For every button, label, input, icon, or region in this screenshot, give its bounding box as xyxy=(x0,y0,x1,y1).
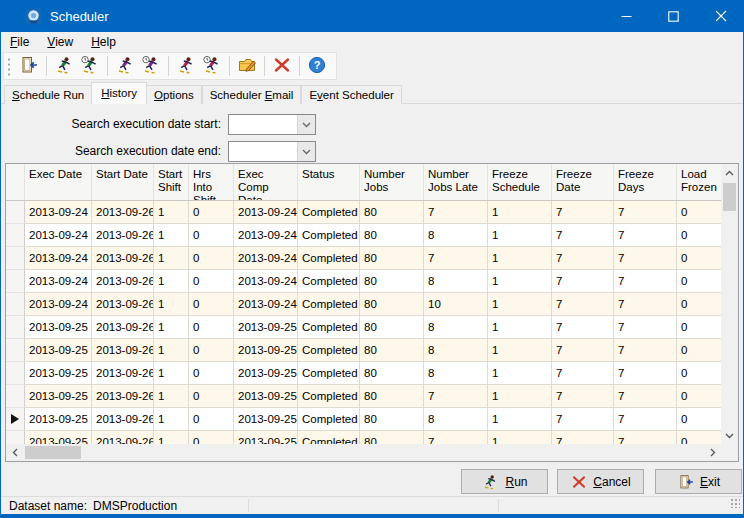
cell-hrs-into-shift[interactable]: 0 xyxy=(189,339,234,362)
cell-status[interactable]: Completed xyxy=(298,247,360,270)
table-row[interactable]: 2013-09-252013-09-26102013-09-25Complete… xyxy=(6,431,721,444)
horizontal-scrollbar[interactable] xyxy=(6,444,721,461)
cell-hrs-into-shift[interactable]: 0 xyxy=(189,362,234,385)
exit-door-toolbar-button[interactable] xyxy=(16,54,42,78)
cell-exec-comp-date[interactable]: 2013-09-24 xyxy=(234,293,298,316)
cell-load-frozen[interactable]: 0 xyxy=(677,224,721,247)
cell-number-jobs[interactable]: 80 xyxy=(360,431,424,444)
cell-status[interactable]: Completed xyxy=(298,224,360,247)
cell-number-jobs-late[interactable]: 7 xyxy=(424,431,488,444)
cell-start-shift[interactable]: 1 xyxy=(154,408,189,431)
cell-number-jobs-late[interactable]: 8 xyxy=(424,270,488,293)
cell-start-shift[interactable]: 1 xyxy=(154,316,189,339)
cell-start-date[interactable]: 2013-09-26 xyxy=(92,339,154,362)
cell-status[interactable]: Completed xyxy=(298,408,360,431)
cell-freeze-days[interactable]: 7 xyxy=(614,270,677,293)
column-header-number-jobs-late[interactable]: Number Jobs Late xyxy=(424,164,488,200)
cell-start-shift[interactable]: 1 xyxy=(154,339,189,362)
cell-exec-date[interactable]: 2013-09-24 xyxy=(25,201,92,224)
cell-start-date[interactable]: 2013-09-26 xyxy=(92,362,154,385)
cell-number-jobs[interactable]: 80 xyxy=(360,362,424,385)
run-schedule-purple-toolbar-button[interactable] xyxy=(112,54,138,78)
cell-number-jobs[interactable]: 80 xyxy=(360,270,424,293)
cell-load-frozen[interactable]: 0 xyxy=(677,316,721,339)
scroll-down-button[interactable] xyxy=(721,427,738,444)
cell-start-date[interactable]: 2013-09-26 xyxy=(92,431,154,444)
tab-scheduler-email[interactable]: Scheduler Email xyxy=(202,85,302,104)
cell-start-shift[interactable]: 1 xyxy=(154,270,189,293)
cell-hrs-into-shift[interactable]: 0 xyxy=(189,270,234,293)
row-selector-cell[interactable] xyxy=(6,201,25,224)
cell-number-jobs-late[interactable]: 8 xyxy=(424,339,488,362)
cancel-button[interactable]: Cancel xyxy=(557,469,644,494)
cell-status[interactable]: Completed xyxy=(298,339,360,362)
cell-freeze-date[interactable]: 7 xyxy=(552,247,614,270)
run-button[interactable]: Run xyxy=(461,469,548,494)
cell-start-shift[interactable]: 1 xyxy=(154,362,189,385)
table-row[interactable]: 2013-09-252013-09-26102013-09-25Complete… xyxy=(6,316,721,339)
edit-folder-toolbar-button[interactable] xyxy=(234,54,260,78)
cell-exec-comp-date[interactable]: 2013-09-24 xyxy=(234,270,298,293)
cell-start-date[interactable]: 2013-09-26 xyxy=(92,201,154,224)
run-schedule-green-toolbar-button[interactable] xyxy=(51,54,77,78)
cell-start-shift[interactable]: 1 xyxy=(154,201,189,224)
cell-number-jobs-late[interactable]: 10 xyxy=(424,293,488,316)
tab-event-scheduler[interactable]: Event Scheduler xyxy=(301,85,401,104)
cell-exec-comp-date[interactable]: 2013-09-24 xyxy=(234,224,298,247)
cell-freeze-date[interactable]: 7 xyxy=(552,316,614,339)
cell-load-frozen[interactable]: 0 xyxy=(677,431,721,444)
cell-load-frozen[interactable]: 0 xyxy=(677,270,721,293)
cell-freeze-schedule[interactable]: 1 xyxy=(488,293,552,316)
cell-exec-comp-date[interactable]: 2013-09-25 xyxy=(234,431,298,444)
cell-freeze-days[interactable]: 7 xyxy=(614,385,677,408)
cell-start-date[interactable]: 2013-09-26 xyxy=(92,408,154,431)
cell-load-frozen[interactable]: 0 xyxy=(677,408,721,431)
cell-freeze-schedule[interactable]: 1 xyxy=(488,224,552,247)
run-schedule-purple-clock-toolbar-button[interactable] xyxy=(138,54,164,78)
row-selector-cell[interactable] xyxy=(6,270,25,293)
cell-freeze-date[interactable]: 7 xyxy=(552,201,614,224)
cell-number-jobs-late[interactable]: 8 xyxy=(424,224,488,247)
search-end-dropdown-button[interactable] xyxy=(297,142,315,161)
column-header-freeze-schedule[interactable]: Freeze Schedule xyxy=(488,164,552,200)
cell-start-date[interactable]: 2013-09-26 xyxy=(92,293,154,316)
table-row[interactable]: 2013-09-242013-09-26102013-09-24Complete… xyxy=(6,201,721,224)
cell-start-date[interactable]: 2013-09-26 xyxy=(92,385,154,408)
cell-start-date[interactable]: 2013-09-26 xyxy=(92,224,154,247)
cell-start-shift[interactable]: 1 xyxy=(154,385,189,408)
cell-load-frozen[interactable]: 0 xyxy=(677,247,721,270)
cell-freeze-schedule[interactable]: 1 xyxy=(488,385,552,408)
cell-freeze-date[interactable]: 7 xyxy=(552,408,614,431)
scroll-right-button[interactable] xyxy=(704,444,721,461)
column-header-freeze-days[interactable]: Freeze Days xyxy=(614,164,677,200)
row-selector-cell[interactable] xyxy=(6,431,25,444)
cell-load-frozen[interactable]: 0 xyxy=(677,293,721,316)
row-selector-cell[interactable] xyxy=(6,224,25,247)
cell-start-date[interactable]: 2013-09-26 xyxy=(92,316,154,339)
cell-freeze-date[interactable]: 7 xyxy=(552,339,614,362)
cell-load-frozen[interactable]: 0 xyxy=(677,201,721,224)
menu-item-help[interactable]: Help xyxy=(82,33,125,51)
cell-exec-comp-date[interactable]: 2013-09-25 xyxy=(234,408,298,431)
cell-hrs-into-shift[interactable]: 0 xyxy=(189,431,234,444)
cell-load-frozen[interactable]: 0 xyxy=(677,339,721,362)
cell-freeze-days[interactable]: 7 xyxy=(614,339,677,362)
table-row[interactable]: 2013-09-242013-09-26102013-09-24Complete… xyxy=(6,224,721,247)
column-header-start-date[interactable]: Start Date xyxy=(92,164,154,200)
tab-options[interactable]: Options xyxy=(146,85,202,104)
search-start-combobox[interactable] xyxy=(228,114,316,135)
cell-start-shift[interactable]: 1 xyxy=(154,224,189,247)
toolbar-grip[interactable] xyxy=(6,56,12,76)
cell-number-jobs-late[interactable]: 8 xyxy=(424,362,488,385)
menu-item-file[interactable]: File xyxy=(1,33,38,51)
column-header-number-jobs[interactable]: Number Jobs xyxy=(360,164,424,200)
cell-number-jobs[interactable]: 80 xyxy=(360,339,424,362)
exit-button[interactable]: Exit xyxy=(655,469,742,494)
menu-item-view[interactable]: View xyxy=(38,33,82,51)
column-header-exec-date[interactable]: Exec Date xyxy=(25,164,92,200)
horizontal-scroll-thumb[interactable] xyxy=(25,446,81,459)
cell-number-jobs-late[interactable]: 8 xyxy=(424,316,488,339)
cell-load-frozen[interactable]: 0 xyxy=(677,385,721,408)
cell-start-shift[interactable]: 1 xyxy=(154,431,189,444)
cell-hrs-into-shift[interactable]: 0 xyxy=(189,201,234,224)
